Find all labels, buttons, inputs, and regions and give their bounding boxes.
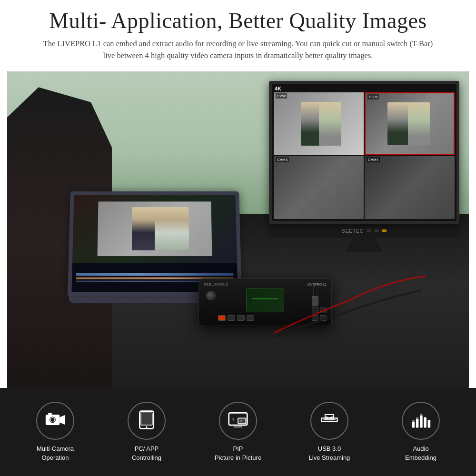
monitor-cell-pvw: PVW: [274, 92, 364, 155]
pip-label: PIP Picture in Picture: [215, 445, 261, 462]
svg-rect-22: [424, 417, 426, 427]
monitor-btn-1: [367, 229, 371, 232]
monitor: 4K PVW PGM: [269, 81, 459, 252]
camera-icon: [45, 409, 66, 433]
monitor-btn-lit: [382, 229, 387, 232]
tablet-icon: [136, 409, 157, 433]
svg-text:USB: USB: [326, 416, 333, 420]
laptop-screen-inner: [71, 195, 238, 292]
pc-app-label: PC/ APP Controlling: [132, 445, 161, 462]
pc-app-icon-circle: [128, 402, 166, 440]
switcher-screen: [246, 288, 284, 312]
switcher-model-label: LIVEPRO L1: [307, 283, 327, 286]
cell-label-4: CAM4: [367, 157, 380, 162]
feature-audio: Audio Embedding: [375, 402, 466, 462]
rb-2: [320, 307, 327, 313]
multi-camera-label: Multi-Camera Operation: [37, 445, 74, 462]
cell-label-pvw: PVW: [276, 93, 287, 99]
monitor-cell-pgm: PGM: [365, 92, 455, 155]
timeline-track-1: [76, 273, 233, 276]
usb-label: USB 3.0 Live Streaming: [309, 445, 350, 462]
figure-2: [155, 207, 189, 250]
audio-icon: [410, 409, 431, 433]
scene-container: 4K PVW PGM: [7, 71, 469, 388]
svg-marker-3: [60, 415, 65, 425]
svg-rect-19: [412, 421, 415, 427]
audio-label: Audio Embedding: [405, 445, 436, 462]
right-buttons: [312, 307, 327, 321]
feature-pc-app: PC/ APP Controlling: [101, 402, 192, 462]
sw-btn-4: [247, 315, 254, 321]
svg-text:2: 2: [240, 418, 242, 423]
laptop-video-figures: [97, 202, 212, 256]
svg-rect-24: [412, 420, 415, 422]
svg-rect-20: [416, 419, 419, 427]
svg-rect-14: [234, 426, 242, 428]
rb-1: [312, 307, 318, 313]
main-image-section: 4K PVW PGM: [7, 71, 469, 388]
header-section: Multi- Application, Better Quality Image…: [0, 0, 476, 67]
feature-pip: 1 2 PIP Picture in Picture: [192, 402, 284, 462]
subtitle-text: The LIVEPRO L1 can embed and extract aud…: [43, 38, 433, 62]
cell-label-pgm: PGM: [367, 94, 379, 99]
switcher-knob: [206, 291, 216, 300]
multi-camera-icon-circle: [36, 402, 74, 440]
feature-usb: USB USB 3.0 Live Streaming: [284, 402, 375, 462]
page-wrapper: Multi- Application, Better Quality Image…: [0, 0, 476, 476]
svg-point-8: [146, 426, 148, 428]
svg-rect-21: [420, 416, 423, 428]
rb-4: [320, 315, 327, 321]
sw-btn-2: [228, 315, 235, 321]
tbar-slider: [312, 296, 318, 306]
rb-3: [312, 315, 318, 321]
monitor-cell-3: CAM3: [274, 156, 364, 219]
switcher-buttons: [218, 315, 254, 321]
audio-icon-circle: [402, 402, 440, 440]
svg-rect-25: [416, 417, 419, 419]
feature-multi-camera: Multi-Camera Operation: [10, 402, 101, 462]
cell-label-3: CAM3: [276, 157, 289, 162]
sw-btn-3: [237, 315, 245, 321]
svg-rect-4: [48, 413, 51, 416]
monitor-stand: [345, 238, 383, 252]
svg-text:1: 1: [232, 417, 234, 422]
monitor-screen: 4K PVW PGM: [269, 81, 459, 224]
page-title: Multi- Application, Better Quality Image…: [19, 9, 457, 34]
pip-icon-circle: 1 2: [219, 402, 257, 440]
usb-icon-circle: USB: [310, 402, 348, 440]
monitor-brand-label: SEETEC: [342, 228, 364, 234]
monitor-base: SEETEC: [269, 224, 459, 238]
pip-icon: 1 2: [228, 409, 248, 433]
features-section: Multi-Camera Operation PC/ APP Controlli: [0, 388, 476, 476]
svg-rect-23: [428, 420, 431, 428]
switcher-brand-label: FEELWORLD: [204, 283, 228, 286]
switcher-device: FEELWORLD LIVEPRO L1: [198, 278, 332, 326]
usb-icon: USB: [319, 409, 340, 433]
svg-rect-6: [141, 413, 152, 425]
laptop-video-preview: [72, 195, 237, 263]
monitor-cell-4: CAM4: [365, 156, 455, 219]
monitor-4k-label: 4K: [275, 86, 281, 91]
svg-rect-26: [420, 414, 423, 416]
sw-btn-1: [218, 315, 226, 321]
monitor-btn-2: [374, 229, 379, 232]
monitor-grid: PVW PGM CAM3: [272, 84, 456, 221]
